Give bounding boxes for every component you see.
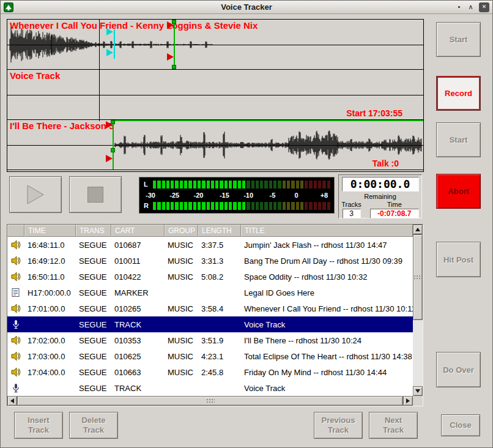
log-row[interactable]: H17:00:00.0SEGUEMARKERLegal ID Goes Here (7, 285, 413, 301)
marker-handle[interactable] (111, 148, 115, 152)
led-segment (327, 202, 330, 210)
hit-post-button[interactable]: Hit Post (436, 242, 481, 277)
led-segment (224, 181, 228, 189)
do-over-button[interactable]: Do Over (436, 352, 481, 387)
led-segment (188, 202, 191, 210)
header-cart[interactable]: CART (111, 225, 165, 237)
log-row[interactable]: 17:02:00.0SEGUE010353MUSIC3:51.9I'll Be … (7, 332, 413, 348)
start-track3-button[interactable]: Start (436, 122, 481, 157)
led-segment (273, 202, 276, 210)
led-segment (260, 181, 263, 189)
close-button[interactable]: Close (441, 414, 480, 436)
led-segment (318, 202, 321, 210)
scroll-left-button[interactable] (7, 396, 17, 406)
close-window-icon[interactable]: ✕ (479, 2, 489, 12)
track-panel-2[interactable]: Voice Track Start 17:03:55 (7, 70, 423, 120)
track-panel-3[interactable]: I'll Be There - Jackson 5 Talk :0 (7, 120, 423, 170)
arrow-right-icon (406, 398, 410, 403)
talk-start-marker-icon[interactable] (106, 28, 113, 35)
vertical-scrollbar[interactable] (413, 225, 423, 396)
end-marker-icon[interactable] (106, 155, 113, 162)
led-segment (256, 181, 259, 189)
cell-length (198, 380, 241, 396)
cell-title: Total Eclipse Of The Heart -- rdhost 11/… (241, 348, 413, 364)
delete-track-button[interactable]: Delete Track (69, 412, 118, 439)
header-length[interactable]: LENGTH (198, 225, 241, 237)
minimize-icon[interactable]: • (454, 2, 464, 12)
led-segment (153, 181, 156, 189)
header-trans[interactable]: TRANS (76, 225, 111, 237)
led-segment (153, 202, 156, 210)
titlebar[interactable]: Voice Tracker • ∧ ✕ (1, 1, 492, 14)
log-row[interactable]: 16:49:12.0SEGUE010011MUSIC3:31.3Bang The… (7, 253, 413, 269)
led-segment (224, 202, 228, 210)
cell-time: 17:04:00.0 (24, 364, 76, 380)
led-segment (322, 181, 325, 189)
cell-length: 3:58.4 (198, 301, 241, 316)
talk-marker-line[interactable] (114, 29, 115, 59)
led-segment (162, 202, 165, 210)
led-segment (291, 181, 294, 189)
cell-trans: SEGUE (76, 348, 111, 364)
horizontal-scrollbar[interactable] (7, 396, 413, 406)
arrow-up-icon (415, 228, 420, 231)
led-segment (211, 181, 214, 189)
insert-track-button[interactable]: Insert Track (14, 412, 63, 439)
track-start-marker-line[interactable] (113, 120, 114, 170)
log-row[interactable]: SEGUETRACKVoice Track (7, 380, 413, 396)
led-segment (296, 181, 299, 189)
next-track-button[interactable]: Next Track (369, 412, 418, 439)
tracks-remaining-value: 3 (343, 209, 361, 218)
audio-level-meter: L -30-25-20-15-10-50+8 R (139, 177, 335, 214)
cell-group: MUSIC (165, 348, 198, 364)
led-segment (287, 181, 290, 189)
header-time[interactable]: TIME (24, 225, 76, 237)
vertical-scroll-thumb[interactable] (413, 234, 423, 320)
cell-cart: 010663 (111, 364, 165, 380)
horizontal-scroll-thumb[interactable] (17, 396, 403, 406)
log-row[interactable]: 17:04:00.0SEGUE010663MUSIC2:45.8Friday O… (7, 364, 413, 380)
led-segment (242, 202, 245, 210)
start-track1-button[interactable]: Start (436, 22, 481, 57)
marker-handle[interactable] (172, 65, 176, 69)
led-segment (314, 181, 317, 189)
led-segment (300, 181, 303, 189)
abort-button[interactable]: Abort (436, 174, 481, 209)
led-segment (220, 181, 223, 189)
header-icon[interactable] (7, 225, 24, 237)
record-button[interactable]: Record (436, 76, 481, 111)
led-segment (188, 181, 191, 189)
talk-end-marker-icon[interactable] (106, 49, 113, 56)
cell-cart: TRACK (111, 316, 165, 332)
scroll-up-button[interactable] (413, 225, 423, 234)
stop-button[interactable] (69, 176, 122, 213)
cell-trans: SEGUE (76, 237, 111, 253)
segue-end-marker-icon[interactable] (167, 53, 174, 61)
segue-marker-line[interactable] (174, 20, 175, 70)
cell-time: 16:48:11.0 (24, 237, 76, 253)
previous-track-button[interactable]: Previous Track (314, 412, 363, 439)
scroll-down-button[interactable] (413, 386, 423, 396)
led-segment (229, 181, 232, 189)
maximize-icon[interactable]: ∧ (465, 2, 476, 12)
window-title: Voice Tracker (1, 2, 492, 12)
log-row[interactable]: 17:03:00.0SEGUE010625MUSIC4:23.1Total Ec… (7, 348, 413, 364)
scroll-right-button[interactable] (403, 396, 413, 406)
header-title[interactable]: TITLE (241, 225, 413, 237)
led-segment (291, 202, 294, 210)
led-segment (322, 202, 325, 210)
log-table-header: TIME TRANS CART GROUP LENGTH TITLE (7, 225, 413, 237)
start-marker-icon[interactable] (106, 121, 113, 129)
play-button[interactable] (9, 176, 62, 213)
log-row[interactable]: 16:50:11.0SEGUE010422MUSIC5:08.2Space Od… (7, 269, 413, 285)
log-row[interactable]: SEGUETRACKVoice Track (7, 316, 413, 332)
header-group[interactable]: GROUP (165, 225, 198, 237)
segue-start-marker-icon[interactable] (167, 21, 174, 29)
cell-group (165, 380, 198, 396)
log-row[interactable]: 17:01:00.0SEGUE010265MUSIC3:58.4Whenever… (7, 301, 413, 316)
log-row[interactable]: 16:48:11.0SEGUE010687MUSIC3:37.5Jumpin' … (7, 237, 413, 253)
led-segment (264, 202, 267, 210)
cell-time: 16:50:11.0 (24, 269, 76, 285)
track-panel-1[interactable]: Whenever I Call You Friend - Kenny Loggi… (7, 20, 423, 70)
meter-scale-label: -10 (243, 192, 253, 199)
